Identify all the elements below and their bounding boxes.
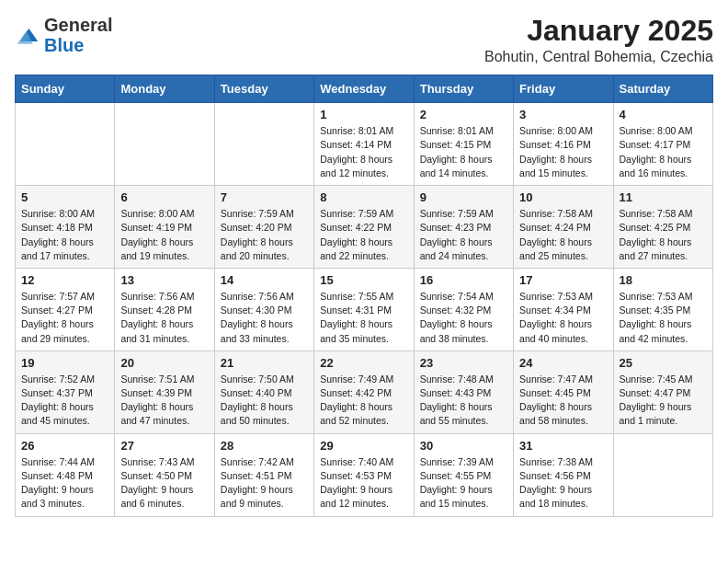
day-number: 2	[420, 108, 507, 121]
calendar-cell: 13Sunrise: 7:56 AM Sunset: 4:28 PM Dayli…	[115, 268, 214, 350]
day-number: 17	[519, 273, 607, 287]
day-info: Sunrise: 8:00 AM Sunset: 4:19 PM Dayligh…	[120, 207, 208, 263]
calendar-cell: 28Sunrise: 7:42 AM Sunset: 4:51 PM Dayli…	[214, 433, 313, 516]
calendar-week-row: 1Sunrise: 8:01 AM Sunset: 4:14 PM Daylig…	[16, 103, 713, 186]
day-info: Sunrise: 7:56 AM Sunset: 4:28 PM Dayligh…	[120, 290, 208, 346]
day-number: 20	[120, 356, 208, 370]
calendar-cell	[214, 103, 313, 186]
calendar-cell: 12Sunrise: 7:57 AM Sunset: 4:27 PM Dayli…	[16, 268, 115, 350]
day-info: Sunrise: 7:50 AM Sunset: 4:40 PM Dayligh…	[221, 373, 308, 429]
day-number: 8	[320, 190, 407, 204]
logo: General Blue	[15, 15, 112, 55]
page-header: General Blue January 2025 Bohutin, Centr…	[15, 15, 713, 65]
day-number: 13	[120, 273, 208, 287]
calendar-cell: 30Sunrise: 7:39 AM Sunset: 4:55 PM Dayli…	[414, 433, 513, 516]
day-info: Sunrise: 8:00 AM Sunset: 4:18 PM Dayligh…	[21, 207, 108, 263]
day-number: 24	[519, 356, 607, 370]
day-info: Sunrise: 7:59 AM Sunset: 4:20 PM Dayligh…	[221, 207, 308, 263]
calendar-cell: 1Sunrise: 8:01 AM Sunset: 4:14 PM Daylig…	[314, 103, 414, 186]
calendar-cell: 17Sunrise: 7:53 AM Sunset: 4:34 PM Dayli…	[514, 268, 613, 350]
calendar-cell: 21Sunrise: 7:50 AM Sunset: 4:40 PM Dayli…	[214, 350, 313, 433]
calendar-cell	[115, 103, 214, 186]
day-number: 14	[221, 273, 308, 287]
calendar-cell: 23Sunrise: 7:48 AM Sunset: 4:43 PM Dayli…	[414, 350, 513, 433]
day-info: Sunrise: 7:58 AM Sunset: 4:24 PM Dayligh…	[519, 207, 607, 263]
calendar-cell: 18Sunrise: 7:53 AM Sunset: 4:35 PM Dayli…	[613, 268, 712, 350]
calendar-table: SundayMondayTuesdayWednesdayThursdayFrid…	[15, 75, 713, 516]
calendar-cell	[16, 103, 115, 186]
day-number: 7	[221, 190, 308, 204]
calendar-week-row: 19Sunrise: 7:52 AM Sunset: 4:37 PM Dayli…	[16, 350, 713, 433]
weekday-header: Thursday	[414, 75, 513, 103]
weekday-header-row: SundayMondayTuesdayWednesdayThursdayFrid…	[16, 75, 713, 103]
day-number: 10	[519, 190, 607, 204]
day-info: Sunrise: 7:40 AM Sunset: 4:53 PM Dayligh…	[320, 455, 407, 511]
day-number: 6	[120, 190, 208, 204]
calendar-cell: 7Sunrise: 7:59 AM Sunset: 4:20 PM Daylig…	[214, 186, 313, 269]
weekday-header: Wednesday	[314, 75, 414, 103]
calendar-cell: 5Sunrise: 8:00 AM Sunset: 4:18 PM Daylig…	[16, 186, 115, 269]
day-number: 18	[620, 273, 707, 287]
day-info: Sunrise: 7:53 AM Sunset: 4:35 PM Dayligh…	[620, 290, 707, 346]
calendar-cell: 15Sunrise: 7:55 AM Sunset: 4:31 PM Dayli…	[314, 268, 414, 350]
day-number: 19	[21, 356, 108, 370]
calendar-cell: 16Sunrise: 7:54 AM Sunset: 4:32 PM Dayli…	[414, 268, 513, 350]
weekday-header: Monday	[115, 75, 214, 103]
day-number: 3	[519, 108, 607, 121]
day-number: 30	[420, 439, 507, 453]
calendar-cell: 24Sunrise: 7:47 AM Sunset: 4:45 PM Dayli…	[514, 350, 613, 433]
day-number: 5	[21, 190, 108, 204]
day-number: 22	[320, 356, 407, 370]
calendar-cell: 4Sunrise: 8:00 AM Sunset: 4:17 PM Daylig…	[613, 103, 712, 186]
calendar-cell: 19Sunrise: 7:52 AM Sunset: 4:37 PM Dayli…	[16, 350, 115, 433]
logo-general-text: General	[44, 15, 112, 35]
day-info: Sunrise: 7:45 AM Sunset: 4:47 PM Dayligh…	[620, 373, 707, 429]
day-info: Sunrise: 7:59 AM Sunset: 4:22 PM Dayligh…	[320, 207, 407, 263]
day-info: Sunrise: 7:57 AM Sunset: 4:27 PM Dayligh…	[21, 290, 108, 346]
calendar-cell: 20Sunrise: 7:51 AM Sunset: 4:39 PM Dayli…	[115, 350, 214, 433]
calendar-cell: 22Sunrise: 7:49 AM Sunset: 4:42 PM Dayli…	[314, 350, 414, 433]
day-info: Sunrise: 7:48 AM Sunset: 4:43 PM Dayligh…	[420, 373, 507, 429]
day-info: Sunrise: 7:38 AM Sunset: 4:56 PM Dayligh…	[519, 455, 607, 511]
day-info: Sunrise: 7:55 AM Sunset: 4:31 PM Dayligh…	[320, 290, 407, 346]
calendar-week-row: 26Sunrise: 7:44 AM Sunset: 4:48 PM Dayli…	[16, 433, 713, 516]
day-number: 1	[320, 108, 407, 121]
day-info: Sunrise: 7:52 AM Sunset: 4:37 PM Dayligh…	[21, 373, 108, 429]
day-number: 25	[620, 356, 707, 370]
weekday-header: Saturday	[613, 75, 712, 103]
day-number: 27	[120, 439, 208, 453]
day-info: Sunrise: 7:56 AM Sunset: 4:30 PM Dayligh…	[221, 290, 308, 346]
calendar-cell: 11Sunrise: 7:58 AM Sunset: 4:25 PM Dayli…	[613, 186, 712, 269]
day-number: 15	[320, 273, 407, 287]
day-info: Sunrise: 7:44 AM Sunset: 4:48 PM Dayligh…	[21, 455, 108, 511]
day-info: Sunrise: 7:39 AM Sunset: 4:55 PM Dayligh…	[420, 455, 507, 511]
day-info: Sunrise: 7:49 AM Sunset: 4:42 PM Dayligh…	[320, 373, 407, 429]
day-info: Sunrise: 7:53 AM Sunset: 4:34 PM Dayligh…	[519, 290, 607, 346]
weekday-header: Tuesday	[214, 75, 313, 103]
calendar-week-row: 12Sunrise: 7:57 AM Sunset: 4:27 PM Dayli…	[16, 268, 713, 350]
calendar-cell: 29Sunrise: 7:40 AM Sunset: 4:53 PM Dayli…	[314, 433, 414, 516]
month-title: January 2025	[484, 15, 713, 47]
weekday-header: Friday	[514, 75, 613, 103]
day-number: 29	[320, 439, 407, 453]
day-number: 12	[21, 273, 108, 287]
day-info: Sunrise: 8:01 AM Sunset: 4:15 PM Dayligh…	[420, 124, 507, 180]
calendar-cell: 26Sunrise: 7:44 AM Sunset: 4:48 PM Dayli…	[16, 433, 115, 516]
location-subtitle: Bohutin, Central Bohemia, Czechia	[484, 49, 713, 65]
calendar-cell: 31Sunrise: 7:38 AM Sunset: 4:56 PM Dayli…	[514, 433, 613, 516]
day-number: 11	[620, 190, 707, 204]
day-number: 9	[420, 190, 507, 204]
day-number: 31	[519, 439, 607, 453]
day-number: 4	[620, 108, 707, 121]
day-number: 23	[420, 356, 507, 370]
calendar-cell: 10Sunrise: 7:58 AM Sunset: 4:24 PM Dayli…	[514, 186, 613, 269]
day-info: Sunrise: 8:00 AM Sunset: 4:16 PM Dayligh…	[519, 124, 607, 180]
day-info: Sunrise: 7:42 AM Sunset: 4:51 PM Dayligh…	[221, 455, 308, 511]
day-info: Sunrise: 7:54 AM Sunset: 4:32 PM Dayligh…	[420, 290, 507, 346]
calendar-cell: 9Sunrise: 7:59 AM Sunset: 4:23 PM Daylig…	[414, 186, 513, 269]
calendar-cell: 25Sunrise: 7:45 AM Sunset: 4:47 PM Dayli…	[613, 350, 712, 433]
day-info: Sunrise: 7:58 AM Sunset: 4:25 PM Dayligh…	[620, 207, 707, 263]
calendar-cell: 27Sunrise: 7:43 AM Sunset: 4:50 PM Dayli…	[115, 433, 214, 516]
calendar-week-row: 5Sunrise: 8:00 AM Sunset: 4:18 PM Daylig…	[16, 186, 713, 269]
day-number: 21	[221, 356, 308, 370]
